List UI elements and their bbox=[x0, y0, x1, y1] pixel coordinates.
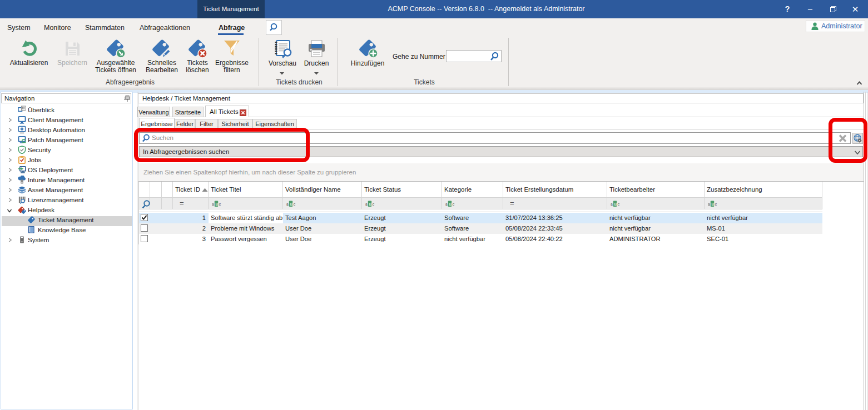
svg-text:B: B bbox=[614, 202, 617, 206]
svg-text:c: c bbox=[219, 203, 221, 207]
svg-text:a: a bbox=[445, 203, 448, 207]
svg-text:a: a bbox=[286, 203, 289, 207]
svg-text:a: a bbox=[365, 203, 368, 207]
svg-text:B: B bbox=[369, 202, 371, 206]
svg-text:c: c bbox=[372, 203, 374, 207]
svg-text:c: c bbox=[715, 203, 717, 207]
svg-text:c: c bbox=[293, 203, 295, 207]
svg-text:B: B bbox=[711, 202, 714, 206]
svg-text:B: B bbox=[449, 202, 452, 206]
svg-text:c: c bbox=[452, 203, 454, 207]
svg-text:a: a bbox=[708, 203, 710, 207]
svg-text:c: c bbox=[617, 203, 619, 207]
svg-text:a: a bbox=[611, 203, 613, 207]
svg-text:B: B bbox=[290, 202, 292, 206]
svg-text:a: a bbox=[212, 203, 214, 207]
svg-text:B: B bbox=[215, 202, 218, 206]
